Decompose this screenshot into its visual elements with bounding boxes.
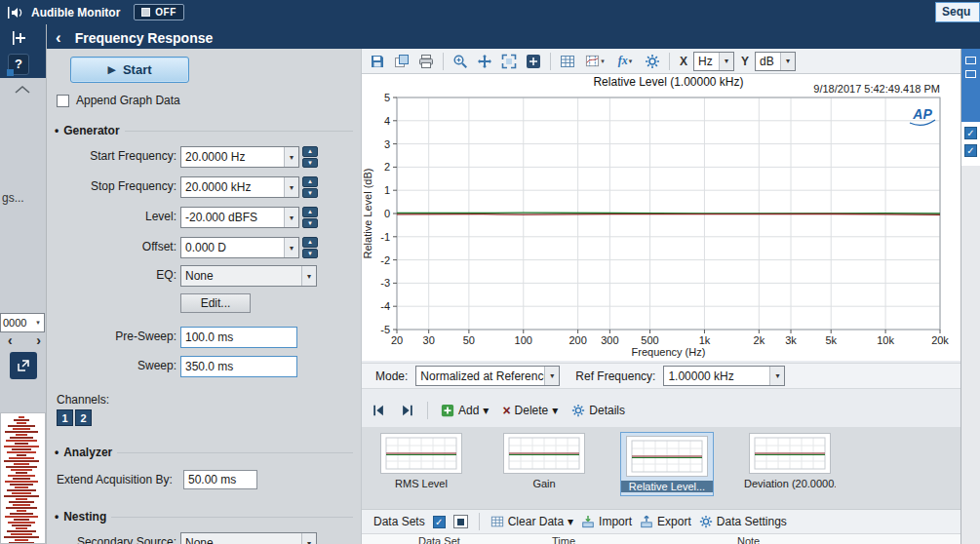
toolbar-separator [479, 513, 480, 530]
graph-area: ▾ fx ▾ X Hz ▾ Y dB ▾ 2030501002003005001… [361, 49, 960, 544]
mode-combobox[interactable]: Normalized at Reference ▾ [415, 366, 560, 386]
chevron-down-icon[interactable]: ▾ [544, 367, 559, 385]
pan-button[interactable] [474, 51, 495, 72]
last-result-button[interactable] [396, 402, 418, 419]
sweep-row: Sweep: 350.0 ms [47, 356, 361, 377]
spin-up-icon[interactable]: ▲ [302, 176, 318, 187]
fit-screen-icon [501, 54, 517, 69]
svg-text:AP: AP [912, 106, 932, 122]
column-header-time[interactable]: Time [552, 535, 575, 544]
sequence-item-checkbox[interactable]: ✓ [964, 144, 977, 157]
section-divider [111, 517, 353, 518]
pan-arrows-icon [477, 54, 492, 69]
column-header-data-set[interactable]: Data Set [418, 535, 460, 544]
zoom-in-button[interactable] [450, 51, 471, 72]
spin-up-icon[interactable]: ▲ [302, 146, 318, 157]
floppy-icon [370, 54, 385, 69]
spin-up-icon[interactable]: ▲ [302, 237, 318, 248]
print-button[interactable] [415, 51, 437, 72]
channel-2-button[interactable]: 2 [75, 409, 92, 426]
data-settings-button[interactable]: Data Settings [699, 515, 787, 528]
page-right-icon[interactable]: › [36, 332, 41, 348]
dock-add-icon[interactable] [12, 30, 29, 46]
copy-graph-button[interactable] [391, 51, 412, 72]
page-left-icon[interactable]: ‹ [8, 332, 13, 348]
thumbnail-relative-level[interactable]: Relative Level... [621, 433, 713, 495]
chevron-down-icon[interactable]: ▾ [284, 147, 298, 167]
thumbnail-gain[interactable]: Gain [498, 433, 590, 489]
stop-frequency-combobox[interactable]: 20.0000 kHz ▾ [180, 176, 299, 198]
scroll-up-icon[interactable] [14, 85, 31, 95]
chevron-down-icon[interactable]: ▾ [301, 533, 316, 544]
play-icon: ▶ [107, 63, 115, 76]
append-graph-data-checkbox[interactable] [57, 95, 69, 107]
chevron-down-icon[interactable]: ▾ [769, 367, 784, 385]
chevron-down-icon[interactable]: ▾ [284, 177, 298, 197]
audible-monitor-off-toggle[interactable]: OFF [134, 4, 184, 20]
chevron-down-icon[interactable]: ▾ [284, 208, 298, 227]
meter-thumbnail-panel[interactable] [0, 412, 46, 544]
column-header-note[interactable]: Note [737, 535, 760, 544]
spin-down-icon[interactable]: ▼ [302, 158, 318, 169]
add-result-button[interactable]: Add ▾ [437, 402, 492, 419]
popout-button[interactable] [10, 352, 37, 379]
eq-edit-button[interactable]: Edit... [180, 293, 251, 313]
offset-row: Offset: 0.000 D ▾ ▲ ▼ [47, 237, 361, 258]
spin-down-icon[interactable]: ▼ [302, 218, 318, 229]
pre-sweep-row: Pre-Sweep: 100.0 ms [47, 327, 361, 348]
thumbnail-rms-level[interactable]: RMS Level [375, 433, 467, 489]
eq-combobox[interactable]: None ▾ [180, 265, 317, 287]
channel-1-button[interactable]: 1 [57, 409, 73, 426]
start-frequency-combobox[interactable]: 20.0000 Hz ▾ [180, 146, 299, 168]
data-grid-button[interactable] [557, 51, 578, 72]
import-button[interactable]: Import [581, 515, 632, 528]
delete-result-button[interactable]: × Delete ▾ [498, 402, 562, 419]
zoom-region-button[interactable] [523, 51, 544, 72]
trace-color-button[interactable] [453, 515, 468, 528]
chevron-down-icon[interactable]: ▾ [284, 238, 298, 257]
export-button[interactable]: Export [640, 515, 691, 528]
first-result-button[interactable] [368, 402, 390, 419]
save-graph-button[interactable] [367, 51, 388, 72]
spin-up-icon[interactable]: ▲ [302, 207, 318, 217]
details-button[interactable]: Details [568, 402, 629, 419]
mode-label: Mode: [375, 369, 408, 383]
back-button[interactable]: ‹ [56, 29, 61, 46]
y-units-combobox[interactable]: dB ▾ [755, 52, 796, 71]
x-axis-label: X [680, 55, 687, 68]
pre-sweep-input[interactable]: 100.0 ms [180, 327, 297, 348]
offset-combobox[interactable]: 0.000 D ▾ [180, 237, 299, 258]
zoom-fit-button[interactable] [498, 51, 520, 72]
audible-monitor-title: Audible Monitor [31, 6, 120, 19]
chevron-down-icon[interactable]: ▾ [301, 266, 316, 286]
sweep-input[interactable]: 350.0 ms [180, 356, 297, 377]
x-units-combobox[interactable]: Hz ▾ [693, 52, 734, 71]
channel-buttons: 1 2 [57, 409, 92, 426]
svg-text:1: 1 [384, 184, 390, 196]
cursors-button[interactable]: ▾ [581, 51, 608, 72]
sequence-panel-strip[interactable] [961, 49, 980, 122]
thumbnail-deviation[interactable]: Deviation (20.0000... [744, 433, 836, 489]
extend-acquisition-input[interactable]: 50.00 ms [183, 470, 257, 489]
start-button[interactable]: ▶ Start [70, 57, 189, 83]
frequency-response-graph[interactable]: 2030501002003005001k2k3k5k10k20k543210-1… [362, 74, 961, 361]
sequence-panel-button[interactable]: Sequ [935, 2, 980, 22]
ref-frequency-combobox[interactable]: 1.00000 kHz ▾ [663, 366, 785, 386]
data-sets-visible-checkbox[interactable]: ✓ [433, 516, 446, 528]
secondary-source-combobox[interactable]: None ▾ [180, 532, 317, 544]
chevron-down-icon[interactable]: ▾ [719, 53, 733, 70]
chevron-down-icon: ▾ [601, 58, 605, 65]
level-combobox[interactable]: -20.000 dBFS ▾ [180, 207, 299, 228]
extend-acquisition-row: Extend Acquisition By: 50.00 ms [47, 470, 361, 491]
spin-down-icon[interactable]: ▼ [302, 249, 318, 259]
append-graph-data-label: Append Graph Data [76, 94, 180, 107]
chevron-down-icon[interactable]: ▾ [780, 53, 795, 70]
sequence-item-checkbox[interactable]: ✓ [964, 127, 977, 139]
nesting-section-header: • Nesting [55, 510, 353, 524]
clear-data-button[interactable]: Clear Data ▾ [490, 515, 573, 528]
fx-button[interactable]: fx ▾ [611, 51, 639, 72]
clipped-value-combobox[interactable]: 0000 ▾ [0, 313, 45, 332]
svg-text:3: 3 [384, 138, 390, 150]
spin-down-icon[interactable]: ▼ [302, 188, 318, 199]
graph-settings-button[interactable] [642, 51, 663, 72]
